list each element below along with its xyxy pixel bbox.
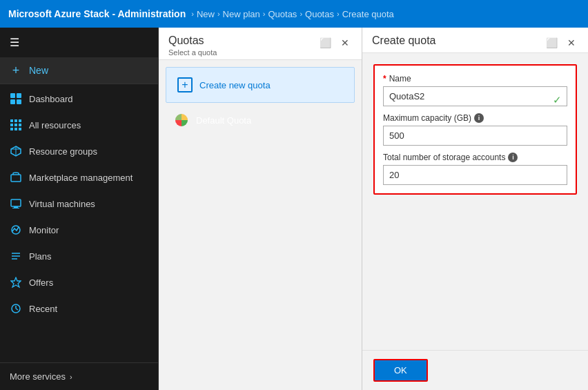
sidebar-item-offers[interactable]: Offers bbox=[0, 269, 158, 295]
svg-rect-4 bbox=[10, 119, 13, 122]
offers-icon bbox=[10, 276, 22, 289]
top-bar: Microsoft Azure Stack - Administration ›… bbox=[0, 0, 588, 28]
max-capacity-input[interactable] bbox=[383, 126, 567, 146]
svg-marker-24 bbox=[11, 277, 21, 287]
svg-rect-6 bbox=[19, 119, 21, 122]
create-quota-panel-title: Create quota bbox=[372, 35, 436, 47]
svg-rect-12 bbox=[19, 128, 21, 130]
create-quota-panel: Create quota ⬜ ✕ * Name ✓ bbox=[362, 28, 588, 390]
sidebar-item-all-resources[interactable]: All resources bbox=[0, 112, 158, 138]
sidebar: ☰ + New Dashboard All resources Resource… bbox=[0, 28, 159, 390]
total-accounts-label: Total number of storage accounts i bbox=[383, 153, 567, 162]
quotas-panel: Quotas Select a quota ⬜ ✕ + Create new q… bbox=[159, 28, 362, 390]
breadcrumb: › New › New plan › Quotas › Quotas › Cre… bbox=[191, 9, 394, 19]
quotas-close-button[interactable]: ✕ bbox=[338, 36, 352, 50]
svg-rect-11 bbox=[14, 128, 17, 130]
name-check-icon: ✓ bbox=[553, 94, 562, 106]
quotas-panel-content: + Create new quota Default Quota bbox=[159, 60, 362, 390]
svg-rect-3 bbox=[17, 99, 21, 104]
breadcrumb-quotas2[interactable]: Quotas bbox=[305, 9, 334, 19]
sidebar-item-dashboard[interactable]: Dashboard bbox=[0, 86, 158, 112]
svg-rect-17 bbox=[11, 199, 21, 206]
svg-rect-16 bbox=[11, 175, 21, 182]
svg-rect-7 bbox=[10, 124, 13, 126]
create-quota-plus-icon: + bbox=[177, 77, 193, 92]
svg-line-27 bbox=[16, 309, 18, 310]
sidebar-item-new[interactable]: + New bbox=[0, 57, 158, 84]
hamburger-button[interactable]: ☰ bbox=[0, 28, 158, 57]
quota-pie-icon bbox=[174, 113, 189, 128]
svg-rect-1 bbox=[17, 93, 21, 98]
breadcrumb-newplan[interactable]: New plan bbox=[223, 9, 260, 19]
name-input-wrapper: ✓ bbox=[383, 86, 567, 113]
monitor-icon bbox=[10, 224, 22, 236]
quotas-panel-title: Quotas bbox=[168, 35, 217, 47]
sidebar-item-recent[interactable]: Recent bbox=[0, 295, 158, 322]
vm-icon bbox=[10, 197, 22, 210]
name-label: * Name bbox=[383, 74, 567, 84]
form-section: * Name ✓ Maximum capacity (GB) i bbox=[373, 64, 577, 195]
default-quota-item[interactable]: Default Quota bbox=[166, 106, 355, 135]
sidebar-item-resource-groups[interactable]: Resource groups bbox=[0, 138, 158, 164]
marketplace-icon bbox=[10, 171, 22, 184]
more-services-link[interactable]: More services › bbox=[0, 363, 158, 390]
svg-rect-18 bbox=[14, 206, 18, 208]
sidebar-item-monitor[interactable]: Monitor bbox=[0, 217, 158, 243]
quotas-minimize-button[interactable]: ⬜ bbox=[317, 36, 334, 50]
svg-rect-2 bbox=[10, 99, 15, 104]
quotas-panel-subtitle: Select a quota bbox=[168, 48, 217, 57]
app-title: Microsoft Azure Stack - Administration bbox=[8, 8, 186, 19]
svg-rect-10 bbox=[10, 128, 13, 130]
create-quota-minimize-button[interactable]: ⬜ bbox=[543, 36, 560, 50]
quotas-panel-header: Quotas Select a quota ⬜ ✕ bbox=[159, 28, 362, 60]
chevron-right-icon: › bbox=[70, 373, 72, 381]
create-quota-close-button[interactable]: ✕ bbox=[565, 36, 578, 50]
svg-rect-5 bbox=[14, 119, 17, 122]
total-accounts-input[interactable] bbox=[383, 165, 567, 185]
ok-button[interactable]: OK bbox=[373, 359, 428, 382]
max-capacity-info-icon[interactable]: i bbox=[474, 113, 484, 123]
max-capacity-label: Maximum capacity (GB) i bbox=[383, 113, 567, 123]
grid-icon bbox=[10, 119, 22, 131]
breadcrumb-new[interactable]: New bbox=[197, 9, 215, 19]
dashboard-icon bbox=[10, 92, 22, 105]
name-input[interactable] bbox=[383, 86, 567, 106]
sidebar-item-virtual-machines[interactable]: Virtual machines bbox=[0, 191, 158, 217]
cube-icon bbox=[10, 145, 22, 157]
create-quota-footer: OK bbox=[362, 350, 588, 390]
total-accounts-info-icon[interactable]: i bbox=[508, 153, 518, 162]
plus-icon: + bbox=[10, 64, 22, 77]
svg-rect-19 bbox=[12, 208, 19, 208]
create-new-quota-button[interactable]: + Create new quota bbox=[166, 67, 355, 103]
svg-rect-0 bbox=[10, 93, 15, 98]
create-quota-form: * Name ✓ Maximum capacity (GB) i bbox=[362, 53, 588, 350]
svg-rect-8 bbox=[14, 124, 17, 126]
breadcrumb-quotas1[interactable]: Quotas bbox=[268, 9, 297, 19]
svg-rect-9 bbox=[19, 124, 21, 126]
create-quota-panel-header: Create quota ⬜ ✕ bbox=[362, 28, 588, 53]
sidebar-item-plans[interactable]: Plans bbox=[0, 243, 158, 269]
plans-icon bbox=[10, 250, 22, 262]
sidebar-item-marketplace[interactable]: Marketplace management bbox=[0, 164, 158, 191]
clock-icon bbox=[10, 302, 22, 315]
breadcrumb-createquota[interactable]: Create quota bbox=[342, 9, 394, 19]
